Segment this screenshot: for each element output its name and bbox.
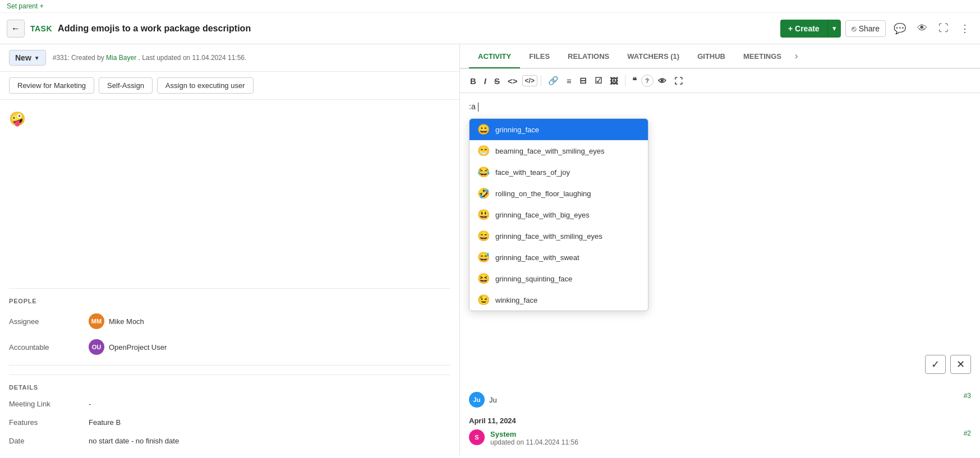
emoji-char-5: 😄 <box>477 230 490 242</box>
image-button[interactable]: 🖼 <box>606 74 622 88</box>
tab-relations[interactable]: RELATIONS <box>559 45 618 68</box>
cancel-button[interactable]: ✕ <box>950 355 971 374</box>
emoji-item-1[interactable]: 😁 beaming_face_with_smiling_eyes <box>470 140 648 161</box>
emoji-name-5: grinning_face_with_smiling_eyes <box>495 232 602 240</box>
meeting-link-label: Meeting Link <box>9 400 82 408</box>
date-value: no start date - no finish date <box>89 437 179 445</box>
system-activity-item: S System updated on 11.04.2024 11:56 #2 <box>469 429 971 446</box>
tab-files[interactable]: FILES <box>520 45 559 68</box>
emoji-char-7: 😆 <box>477 272 490 285</box>
toolbar-separator-2 <box>625 75 625 86</box>
editor-input[interactable]: :a <box>469 102 971 112</box>
share-button[interactable]: ⎋ Share <box>845 20 886 37</box>
bullet-list-button[interactable]: ≡ <box>563 74 575 88</box>
people-section: PEOPLE Assignee MM Mike Moch Accountable… <box>0 279 459 365</box>
date-label: Date <box>9 437 82 445</box>
assign-executing-button[interactable]: Assign to executing user <box>157 77 254 94</box>
accountable-name: OpenProject User <box>109 343 167 351</box>
emoji-char-4: 😃 <box>477 209 490 221</box>
system-initial: S <box>475 434 479 441</box>
create-button[interactable]: + Create <box>780 20 827 38</box>
emoji-picker-dropdown: 😀 grinning_face 😁 beaming_face_with_smil… <box>469 118 648 311</box>
review-marketing-button[interactable]: Review for Marketing <box>9 77 94 94</box>
emoji-item-6[interactable]: 😅 grinning_face_with_sweat <box>470 247 648 268</box>
features-value: Feature B <box>89 418 121 427</box>
accountable-value: OU OpenProject User <box>89 339 167 355</box>
top-bar: ← TASK Adding emojis to a work package d… <box>0 13 980 44</box>
italic-button[interactable]: I <box>481 74 490 88</box>
system-label: System <box>490 430 516 438</box>
tab-watchers[interactable]: WATCHERS (1) <box>618 45 688 68</box>
confirm-button[interactable]: ✓ <box>925 355 946 374</box>
task-type-label: TASK <box>30 24 52 33</box>
emoji-char-1: 😁 <box>477 145 490 157</box>
set-parent-link[interactable]: Set parent + <box>7 2 44 10</box>
task-title: Adding emojis to a work package descript… <box>58 24 251 34</box>
status-bar: New ▼ #331: Created by Mia Bayer . Last … <box>0 44 459 72</box>
people-section-title: PEOPLE <box>9 288 450 304</box>
emoji-item-3[interactable]: 🤣 rolling_on_the_floor_laughing <box>470 183 648 204</box>
tab-github[interactable]: GITHUB <box>688 45 734 68</box>
status-badge[interactable]: New ▼ <box>9 50 46 66</box>
emoji-name-6: grinning_face_with_sweat <box>495 253 579 262</box>
editor-area[interactable]: :a 😀 grinning_face 😁 beaming_face_with_s… <box>460 93 980 383</box>
meeting-link-value: - <box>89 400 91 408</box>
emoji-name-4: grinning_face_with_big_eyes <box>495 211 590 219</box>
author-link[interactable]: Mia Bayer <box>106 54 136 62</box>
self-assign-button[interactable]: Self-Assign <box>99 77 153 94</box>
emoji-name-8: winking_face <box>495 296 537 304</box>
watch-button[interactable]: 👁 <box>914 20 931 36</box>
emoji-name-0: grinning_face <box>495 126 539 134</box>
code-block-button[interactable]: </> <box>522 75 537 86</box>
activity-hash2: #2 <box>964 429 971 437</box>
task-list-button[interactable]: ☑ <box>591 73 605 88</box>
comment-button[interactable]: 💬 <box>890 20 909 37</box>
status-dropdown-icon: ▼ <box>34 55 40 61</box>
ju-initials: Ju <box>473 396 481 403</box>
expand-button[interactable]: ⛶ <box>935 20 952 36</box>
fullscreen-button[interactable]: ⛶ <box>671 74 686 88</box>
help-button[interactable]: ? <box>641 75 654 87</box>
details-section-title: DETAILS <box>9 374 450 391</box>
create-dropdown-button[interactable]: ▾ <box>827 20 841 38</box>
april-date-section: April 11, 2024 S System updated on 11.04… <box>469 417 971 446</box>
tab-meetings[interactable]: MEETINGS <box>734 45 790 68</box>
blockquote-button[interactable]: ❝ <box>629 73 640 88</box>
preview-button[interactable]: 👁 <box>655 74 670 88</box>
emoji-name-2: face_with_tears_of_joy <box>495 168 570 177</box>
emoji-char-6: 😅 <box>477 251 490 263</box>
share-label: Share <box>859 24 880 33</box>
ju-activity-text: Ju <box>489 396 497 404</box>
accountable-avatar: OU <box>89 339 104 355</box>
action-buttons: Review for Marketing Self-Assign Assign … <box>0 72 459 100</box>
bold-button[interactable]: B <box>467 74 480 88</box>
system-avatar: S <box>469 429 485 445</box>
features-row: Features Feature B <box>9 418 450 427</box>
emoji-item-5[interactable]: 😄 grinning_face_with_smiling_eyes <box>470 225 648 247</box>
strikethrough-button[interactable]: S <box>491 74 503 88</box>
back-button[interactable]: ← <box>7 20 25 38</box>
code-button[interactable]: <> <box>504 74 521 88</box>
emoji-item-7[interactable]: 😆 grinning_squinting_face <box>470 268 648 289</box>
emoji-char-0: 😀 <box>477 123 490 136</box>
emoji-item-4[interactable]: 😃 grinning_face_with_big_eyes <box>470 204 648 225</box>
top-bar-left: ← TASK Adding emojis to a work package d… <box>7 20 251 38</box>
emoji-item-8[interactable]: 😉 winking_face <box>470 289 648 311</box>
description-emoji: 🤪 <box>9 111 450 127</box>
more-button[interactable]: ⋮ <box>956 20 973 37</box>
link-button[interactable]: 🔗 <box>545 73 562 88</box>
toolbar-separator-1 <box>541 75 541 86</box>
main-layout: New ▼ #331: Created by Mia Bayer . Last … <box>0 44 980 455</box>
tabs-more-button[interactable]: › <box>790 44 802 68</box>
assignee-avatar: MM <box>89 313 104 329</box>
emoji-item-0[interactable]: 😀 grinning_face <box>470 119 648 140</box>
system-activity-content: System updated on 11.04.2024 11:56 <box>490 429 578 446</box>
share-icon: ⎋ <box>852 24 856 33</box>
ju-activity: Ju Ju <box>469 392 958 408</box>
ordered-list-button[interactable]: ⊟ <box>576 73 590 88</box>
activity-hash3: #3 <box>964 392 971 400</box>
emoji-item-2[interactable]: 😂 face_with_tears_of_joy <box>470 161 648 183</box>
top-bar-right: + Create ▾ ⎋ Share 💬 👁 ⛶ ⋮ <box>780 20 973 38</box>
emoji-char-2: 😂 <box>477 166 490 178</box>
tab-activity[interactable]: ACTIVITY <box>469 45 520 68</box>
